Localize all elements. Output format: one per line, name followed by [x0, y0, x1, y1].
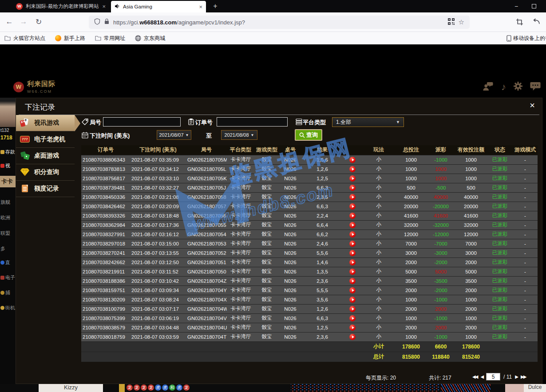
mobile-bookmarks-item[interactable]: 移动设备上的书 — [506, 35, 546, 42]
cell-time: 2021-08-07 03:07:17 — [130, 304, 186, 313]
tab-close-icon[interactable]: × — [102, 3, 106, 10]
tab-close-icon[interactable]: × — [199, 4, 202, 10]
bookmark-common-sites[interactable]: 常用网址 — [95, 35, 125, 42]
screenshot-crop-icon[interactable] — [516, 18, 523, 28]
replay-video-button[interactable] — [349, 175, 356, 182]
customer-service-icon[interactable] — [483, 82, 494, 92]
previous-page-button[interactable]: ◀ — [480, 374, 483, 379]
deposit-item: 存款 — [0, 149, 15, 155]
cell-table: N026 — [279, 211, 301, 220]
cell-order: 210807038075399 — [81, 313, 130, 323]
replay-video-button[interactable] — [349, 259, 356, 265]
replay-video-button[interactable] — [349, 269, 356, 275]
date-from-select[interactable]: 2021/08/07 ▼ — [157, 130, 191, 140]
replay-video-button[interactable] — [349, 194, 356, 200]
subtotal-valid: 178600 — [455, 341, 487, 352]
sidebar-item-table-games[interactable]: 桌面游戏 — [16, 148, 75, 164]
cell-order: 210807038270241 — [81, 248, 130, 257]
shield-icon[interactable] — [94, 18, 100, 27]
cell-play — [343, 155, 362, 164]
last-page-button[interactable]: ▶▶ — [521, 374, 526, 379]
table-row: 2108070380187592021-08-07 03:03:59GN0262… — [81, 332, 538, 341]
cell-round: GN0262180705K — [186, 174, 227, 183]
cell-game: 骰宝 — [254, 276, 279, 285]
replay-video-button[interactable] — [349, 157, 356, 163]
new-tab-button[interactable]: + — [210, 1, 220, 11]
platform-type-select[interactable]: 1.全部 ▼ — [332, 117, 404, 127]
cell-order: 210807038327991 — [81, 230, 130, 239]
site-logo-subtitle: W66.COM — [27, 89, 55, 94]
page-count-label: / 11 — [503, 374, 512, 380]
replay-video-button[interactable] — [349, 222, 356, 228]
bookmark-firefox-official[interactable]: 火狐官方站点 — [4, 35, 45, 42]
screen: W 利来国际-最给力的老牌博彩网站 × Asia Gaming × + − ← … — [0, 0, 546, 392]
replay-video-button[interactable] — [349, 166, 356, 172]
close-icon[interactable]: × — [530, 100, 535, 111]
sidebar-item-points-query[interactable]: 积分查询 — [16, 164, 75, 181]
replay-video-button[interactable] — [349, 203, 356, 210]
first-page-button[interactable]: ◀◀ — [472, 374, 477, 379]
cell-payout: 1000 — [427, 174, 455, 183]
column-header: 游戏模式 — [513, 145, 538, 155]
chat-bubble-icon[interactable] — [530, 82, 541, 92]
lock-icon[interactable] — [104, 18, 109, 26]
cell-payout: -2000 — [427, 285, 455, 295]
cell-mode: - — [513, 220, 538, 230]
date-to-select[interactable]: 2021/08/08 ▼ — [221, 130, 257, 140]
bookmark-star-icon[interactable]: ☆ — [459, 18, 464, 26]
replay-video-button[interactable] — [349, 185, 356, 191]
cell-status: 已派彩 — [487, 183, 513, 192]
cell-round: GN0262180704T — [186, 332, 227, 341]
sidebar-item-live-games[interactable]: 9K♥ 视讯游戏 — [16, 115, 75, 131]
gear-icon[interactable] — [514, 82, 522, 92]
cell-result: 5,5,6 — [301, 248, 343, 257]
bookmark-jd-mall[interactable]: 京东商城 — [135, 35, 165, 42]
search-button[interactable]: 查询 — [295, 129, 322, 141]
next-page-button[interactable]: ▶ — [515, 374, 518, 379]
cell-valid: 20000 — [455, 202, 487, 211]
round-id-input[interactable] — [103, 117, 181, 127]
undo-arrow-icon[interactable] — [533, 18, 540, 27]
qr-code-icon[interactable] — [448, 18, 455, 27]
bookmark-getting-started[interactable]: 新手上路 — [55, 35, 85, 42]
back-button[interactable]: ← — [4, 17, 15, 26]
replay-video-button[interactable] — [349, 278, 356, 284]
forward-button[interactable]: → — [18, 17, 29, 26]
tab-asia-gaming[interactable]: Asia Gaming × — [111, 1, 206, 12]
cell-time: 2021-08-07 03:33:10 — [130, 174, 186, 183]
order-id-input[interactable] — [217, 117, 288, 127]
replay-video-button[interactable] — [349, 287, 356, 293]
replay-video-button[interactable] — [349, 250, 356, 256]
replay-video-button[interactable] — [349, 306, 356, 312]
table-row: 2108070384503362021-08-07 03:21:08GN0262… — [81, 192, 538, 202]
window-maximize-button[interactable] — [526, 0, 542, 12]
replay-video-button[interactable] — [349, 334, 356, 340]
cell-result: 1,3,5 — [301, 267, 343, 276]
subtotal-row: 小计 178600 6600 178600 — [81, 341, 538, 352]
tag-icon — [82, 119, 89, 126]
url-bar[interactable]: https://gci.w668818.com/agingame/pcv1/in… — [89, 16, 470, 29]
replay-video-button[interactable] — [349, 315, 356, 321]
platform-type-label: 平台类型 — [303, 119, 326, 127]
replay-video-button[interactable] — [349, 231, 356, 238]
username-text: t132 — [0, 128, 9, 133]
bookmarks-bar: 火狐官方站点 新手上路 常用网址 京东商城 移动设备上的书 — [0, 32, 546, 44]
order-id-label: 订单号 — [195, 119, 213, 127]
reload-button[interactable]: ↻ — [33, 17, 44, 27]
replay-video-button[interactable] — [349, 213, 356, 219]
window-minimize-button[interactable]: − — [509, 0, 524, 12]
cell-round: GN02621807056 — [186, 211, 227, 220]
cell-payout: -32000 — [427, 220, 455, 230]
sidebar-item-quota-records[interactable]: 额度记录 — [16, 181, 75, 197]
cell-game: 骰宝 — [254, 267, 279, 276]
cell-play — [343, 248, 362, 257]
page-number-input[interactable] — [486, 373, 500, 380]
replay-video-button[interactable] — [349, 297, 356, 303]
sidebar-item-slots[interactable]: 777 电子老虎机 — [16, 131, 75, 148]
cell-bet: 41600 — [396, 211, 427, 220]
music-icon[interactable]: ♪ — [501, 83, 506, 91]
tab-lilai[interactable]: W 利来国际-最给力的老牌博彩网站 × — [12, 0, 109, 12]
cell-round: GN0262180705J — [186, 183, 227, 192]
replay-video-button[interactable] — [349, 241, 356, 247]
replay-video-button[interactable] — [349, 325, 356, 331]
